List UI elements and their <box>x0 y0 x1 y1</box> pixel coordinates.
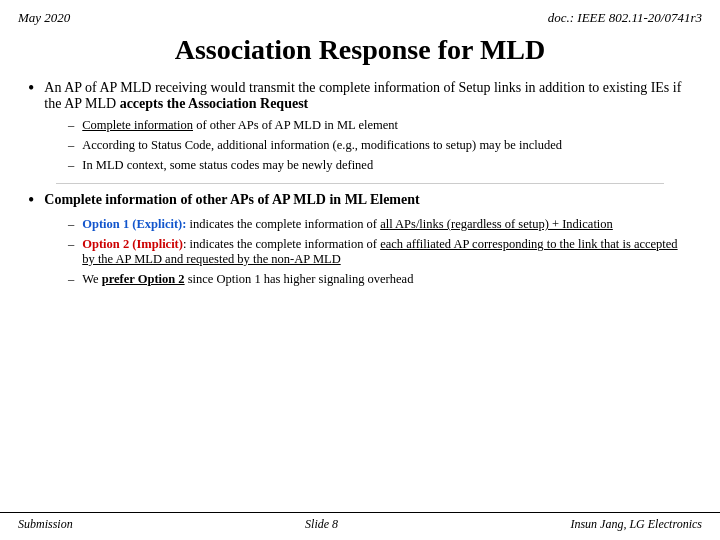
bullet-2-text: Complete information of other APs of AP … <box>44 192 419 208</box>
sub-bullet-2-1: – Option 1 (Explicit): indicates the com… <box>68 217 692 232</box>
header: May 2020 doc.: IEEE 802.11-20/0741r3 <box>0 0 720 30</box>
sub-bullets-2: – Option 1 (Explicit): indicates the com… <box>68 217 692 287</box>
sub-bullet-1-1-text: Complete information of other APs of AP … <box>82 118 398 133</box>
sub-bullet-2-3-text: We prefer Option 2 since Option 1 has hi… <box>82 272 413 287</box>
footer-author: Insun Jang, LG Electronics <box>570 517 702 532</box>
sub-bullet-2-1-text: Option 1 (Explicit): indicates the compl… <box>82 217 613 232</box>
bullet-section-1: • An AP of AP MLD receiving would transm… <box>28 80 692 173</box>
bullet-1-main: • An AP of AP MLD receiving would transm… <box>28 80 692 112</box>
title-section: Association Response for MLD <box>0 30 720 80</box>
bullet-1-text: An AP of AP MLD receiving would transmit… <box>44 80 692 112</box>
page-title: Association Response for MLD <box>175 34 545 65</box>
sub-bullet-1-3-text: In MLD context, some status codes may be… <box>82 158 373 173</box>
sub-bullet-2-2-text: Option 2 (Implicit): indicates the compl… <box>82 237 692 267</box>
sub-bullet-1-2-text: According to Status Code, additional inf… <box>82 138 562 153</box>
option2-label: Option 2 (Implicit) <box>82 237 183 251</box>
sub-bullet-1-2: – According to Status Code, additional i… <box>68 138 692 153</box>
footer-slide: Slide 8 <box>305 517 338 532</box>
sub-bullet-1-3: – In MLD context, some status codes may … <box>68 158 692 173</box>
sub-bullet-1-1: – Complete information of other APs of A… <box>68 118 692 133</box>
option1-label: Option 1 (Explicit): <box>82 217 186 231</box>
footer-submission: Submission <box>18 517 73 532</box>
bullet-2-main: • Complete information of other APs of A… <box>28 192 692 211</box>
sub-bullets-1: – Complete information of other APs of A… <box>68 118 692 173</box>
bullet-section-2: • Complete information of other APs of A… <box>28 192 692 287</box>
sub-bullet-2-2: – Option 2 (Implicit): indicates the com… <box>68 237 692 267</box>
bullet-dot-1: • <box>28 78 34 99</box>
bullet-dot-2: • <box>28 190 34 211</box>
main-content: • An AP of AP MLD receiving would transm… <box>0 80 720 287</box>
footer: Submission Slide 8 Insun Jang, LG Electr… <box>0 512 720 532</box>
header-doc: doc.: IEEE 802.11-20/0741r3 <box>548 10 702 26</box>
sub-bullet-2-3: – We prefer Option 2 since Option 1 has … <box>68 272 692 287</box>
header-date: May 2020 <box>18 10 70 26</box>
section-divider <box>56 183 664 184</box>
